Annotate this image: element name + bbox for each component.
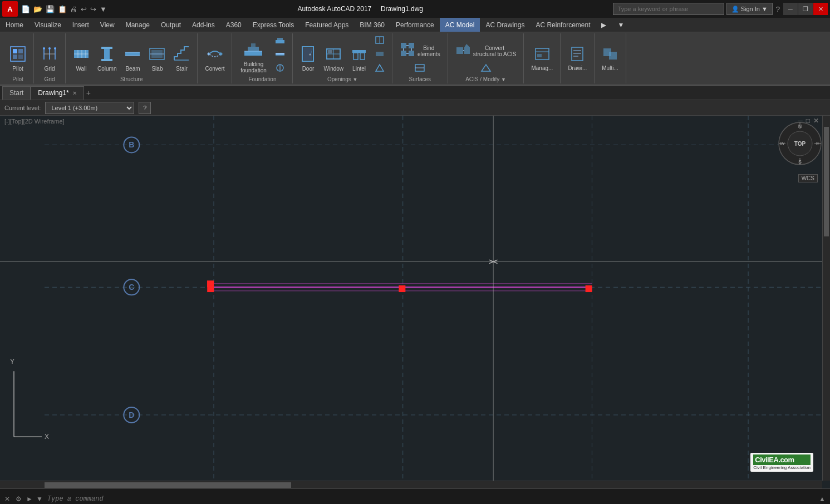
qa-new[interactable]: 📄 — [20, 5, 31, 13]
fnd-small1-icon — [275, 36, 285, 46]
cmd-expand-button[interactable]: ▲ — [817, 494, 828, 504]
ribbon-manage-button[interactable]: Manag... — [528, 42, 556, 75]
beam-handle-left-sq[interactable] — [207, 285, 214, 292]
cmd-settings-button[interactable]: ⚙ — [13, 494, 24, 504]
h-scroll-thumb[interactable] — [45, 482, 291, 488]
doc-tab-drawing1[interactable]: Drawing1* ✕ — [31, 86, 84, 100]
menu-a360[interactable]: A360 — [220, 18, 247, 32]
menu-express[interactable]: Express Tools — [247, 18, 299, 32]
ribbon-lintel-button[interactable]: Lintel — [348, 42, 370, 75]
ribbon-pilot-button[interactable]: Pilot — [7, 42, 29, 75]
level-label: Current level: — [4, 105, 41, 111]
command-line: ✕ ⚙ ► ▼ ▲ — [0, 488, 830, 504]
qa-open[interactable]: 📂 — [32, 5, 43, 13]
cmd-arrow: ► — [25, 495, 34, 503]
menu-visualize[interactable]: Visualize — [29, 18, 67, 32]
svg-point-9 — [43, 47, 45, 50]
qa-more[interactable]: ▼ — [99, 5, 108, 13]
help-button[interactable]: ? — [775, 5, 781, 13]
doc-tab-close[interactable]: ✕ — [72, 90, 77, 96]
menu-home[interactable]: Home — [0, 18, 29, 32]
window-label: Window — [323, 66, 343, 72]
svg-rect-30 — [248, 47, 259, 51]
openings-small3[interactable] — [372, 62, 387, 75]
watermark-logo: CivilEA.com — [753, 454, 811, 465]
ribbon-foundation-button[interactable]: Buildingfoundation — [237, 39, 270, 75]
ribbon-wall-button[interactable]: Wall — [70, 42, 92, 75]
ribbon-convert-button[interactable]: Convert — [202, 42, 227, 75]
acis-small1[interactable] — [453, 62, 519, 75]
menu-options[interactable]: ▼ — [612, 18, 630, 32]
surfaces-small1-icon — [414, 63, 425, 74]
menu-featured[interactable]: Featured Apps — [299, 18, 354, 32]
qa-print[interactable]: 🖨 — [69, 5, 78, 13]
menu-manage[interactable]: Manage — [120, 18, 155, 32]
ribbon-bind-elements-button[interactable]: Bindelements — [397, 40, 443, 61]
ribbon-manage-items: Manag... — [528, 34, 556, 75]
grid-group-label: Grid — [45, 76, 55, 82]
menu-more[interactable]: ▶ — [596, 18, 612, 32]
ribbon-drawi-button[interactable]: Drawi... — [565, 42, 590, 75]
menu-output[interactable]: Output — [155, 18, 186, 32]
title-bar-left: A 📄 📂 💾 📋 🖨 ↩ ↪ ▼ — [2, 1, 108, 17]
convert-acis-icon — [455, 42, 471, 60]
quick-access-toolbar: 📄 📂 💾 📋 🖨 ↩ ↪ ▼ — [20, 5, 108, 13]
search-input[interactable] — [613, 3, 724, 15]
ribbon-column-button[interactable]: Column — [95, 42, 119, 75]
ribbon-multi-button[interactable]: Multi... — [599, 42, 621, 75]
ribbon-beam-button[interactable]: Beam — [121, 42, 144, 75]
menu-addins[interactable]: Add-ins — [186, 18, 220, 32]
close-button[interactable]: ✕ — [813, 3, 828, 15]
minimize-button[interactable]: ─ — [783, 3, 798, 15]
new-tab-button[interactable]: + — [84, 88, 93, 97]
cmd-close-button[interactable]: ✕ — [2, 494, 12, 504]
foundation-label: Buildingfoundation — [240, 61, 267, 73]
menu-ac-drawings[interactable]: AC Drawings — [480, 18, 530, 32]
menu-bim360[interactable]: BIM 360 — [354, 18, 390, 32]
svg-rect-4 — [18, 55, 23, 59]
ribbon-window-button[interactable]: Window — [321, 42, 346, 75]
qa-saveas[interactable]: 📋 — [57, 5, 68, 13]
level-select[interactable]: Level 1 (+3.00m) Level 2 (+6.00m) Ground… — [45, 102, 134, 114]
watermark-sub: Civil Engineering Association — [753, 465, 811, 470]
cmd-input[interactable] — [45, 495, 816, 503]
file-name: Drawing1.dwg — [381, 5, 423, 13]
drawi-label: Drawi... — [568, 65, 587, 71]
horizontal-scrollbar[interactable] — [0, 481, 822, 488]
v-scroll-thumb[interactable] — [824, 127, 829, 236]
ribbon-stair-button[interactable]: Stair — [170, 42, 193, 75]
menu-ac-model[interactable]: AC Model — [440, 18, 480, 32]
qa-undo[interactable]: ↩ — [80, 5, 88, 13]
menu-insert[interactable]: Insert — [67, 18, 95, 32]
doc-tab-start[interactable]: Start — [2, 86, 31, 100]
openings-small2[interactable] — [372, 48, 387, 61]
qa-redo[interactable]: ↪ — [89, 5, 97, 13]
menu-ac-reinforcement[interactable]: AC Reinforcement — [530, 18, 596, 32]
main-area: [-][Top][2D Wireframe] ─ □ ✕ B — [0, 116, 830, 504]
drawi-group-label — [577, 76, 578, 82]
ribbon-grid-button[interactable]: Grid — [38, 42, 61, 75]
menu-view[interactable]: View — [95, 18, 120, 32]
ribbon-group-structure: Wall Column — [66, 33, 198, 83]
sign-in-button[interactable]: 👤 Sign In ▼ — [726, 3, 773, 15]
menu-performance[interactable]: Performance — [390, 18, 440, 32]
restore-button[interactable]: ❐ — [798, 3, 813, 15]
ribbon-convert-items: Convert — [202, 34, 227, 75]
ribbon-fnd-small1[interactable] — [272, 34, 288, 47]
openings-small1[interactable] — [372, 34, 387, 47]
beam-handle-right-sq[interactable] — [586, 285, 592, 292]
ribbon-fnd-small3[interactable] — [272, 62, 288, 75]
axis-y-label: Y — [10, 358, 14, 365]
surfaces-small1[interactable] — [397, 62, 443, 75]
ribbon-fnd-small2[interactable] — [272, 48, 288, 61]
svg-rect-31 — [251, 43, 256, 47]
level-help-button[interactable]: ? — [139, 102, 151, 114]
ribbon-convert-acis-button[interactable]: Convertstructural to ACIS — [453, 40, 519, 61]
vertical-scrollbar[interactable] — [822, 116, 830, 481]
beam-handle-mid-sq[interactable] — [399, 285, 405, 292]
ribbon-door-button[interactable]: Door — [297, 42, 318, 75]
ribbon-slab-button[interactable]: Slab — [146, 42, 168, 75]
qa-save[interactable]: 💾 — [45, 5, 56, 13]
menu-bar: Home Visualize Insert View Manage Output… — [0, 18, 830, 32]
viewport[interactable]: [-][Top][2D Wireframe] ─ □ ✕ B — [0, 116, 830, 488]
